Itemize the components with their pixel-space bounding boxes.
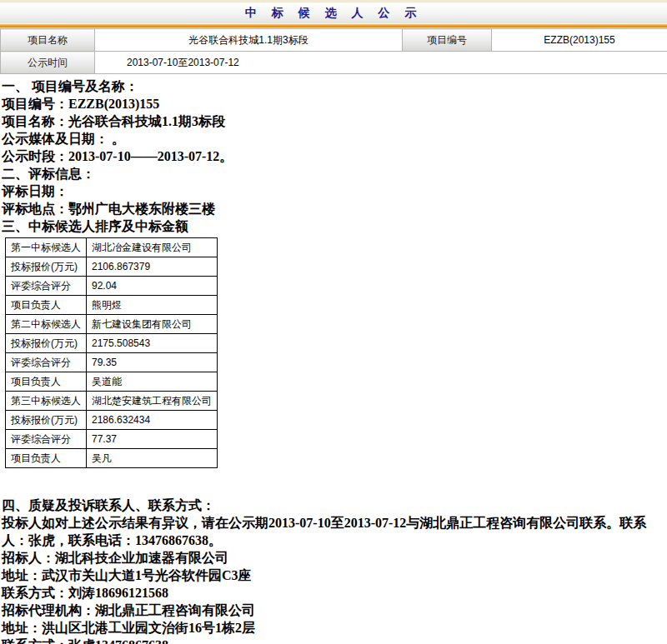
row-label: 项目负责人	[6, 372, 87, 392]
evaluation-place-line: 评标地点：鄂州广电大楼东附楼三楼	[2, 200, 665, 217]
info-row-publicity-time: 公示时间 2013-07-10至2013-07-12	[1, 52, 667, 74]
row-label: 投标报价(万元)	[6, 411, 87, 430]
agency-contact-line: 联系方式：张虎13476867638	[2, 637, 665, 644]
table-row: 项目负责人 吴凡	[6, 449, 218, 468]
table-row: 投标报价(万元) 2106.867379	[6, 257, 218, 277]
publicity-time-value: 2013-07-10至2013-07-12	[95, 52, 667, 74]
objection-paragraph: 投标人如对上述公示结果有异议，请在公示期2013-07-10至2013-07-1…	[2, 514, 665, 549]
row-value: 2106.867379	[87, 257, 218, 277]
row-value: 湖北楚安建筑工程有限公司	[87, 392, 218, 411]
row-label: 投标报价(万元)	[6, 334, 87, 353]
candidates-table: 第一中标候选人 湖北冶金建设有限公司 投标报价(万元) 2106.867379 …	[5, 237, 218, 468]
row-value: 92.04	[87, 277, 218, 296]
row-value: 吴道能	[87, 372, 218, 392]
row-value: 新七建设集团有限公司	[87, 315, 218, 334]
row-label: 评委综合评分	[6, 430, 87, 449]
agency-line: 招标代理机构：湖北鼎正工程咨询有限公司	[2, 602, 665, 619]
project-name-line: 项目名称：光谷联合科技城1.1期3标段	[2, 112, 665, 130]
table-row: 第三中标候选人 湖北楚安建筑工程有限公司	[6, 392, 218, 411]
section2-heading: 二、评标信息：	[2, 165, 665, 182]
row-label: 评委综合评分	[6, 277, 87, 296]
section4-heading: 四、质疑及投诉联系人、联系方式：	[2, 497, 665, 514]
table-row: 评委综合评分 79.35	[6, 353, 218, 372]
row-label: 评委综合评分	[6, 353, 87, 372]
table-row: 评委综合评分 92.04	[6, 277, 218, 296]
tenderer-address-line: 地址：武汉市关山大道1号光谷软件园C3座	[2, 567, 665, 584]
table-row: 评委综合评分 77.37	[6, 430, 218, 449]
publicity-time-label: 公示时间	[1, 52, 95, 74]
agency-address-line: 地址：洪山区北港工业园文治街16号1栋2层	[2, 619, 665, 637]
section1-heading: 一、 项目编号及名称：	[2, 77, 665, 95]
announcement-title-bar: 中 标 候 选 人 公 示	[0, 0, 667, 23]
announcement-body: 一、 项目编号及名称： 项目编号：EZZB(2013)155 项目名称：光谷联合…	[0, 74, 667, 644]
tenderer-line: 招标人：湖北科技企业加速器有限公司	[2, 549, 665, 567]
table-row: 投标报价(万元) 2186.632434	[6, 411, 218, 430]
info-row-project: 项目名称 光谷联合科技城1.1期3标段 项目编号 EZZB(2013)155	[1, 29, 667, 52]
row-value: 2175.508543	[87, 334, 218, 353]
project-name-value: 光谷联合科技城1.1期3标段	[95, 29, 403, 52]
publicity-period-line: 公示时段：2013-07-10——2013-07-12。	[2, 147, 665, 165]
row-label: 投标报价(万元)	[6, 257, 87, 277]
table-row: 项目负责人 熊明煜	[6, 296, 218, 315]
row-label: 项目负责人	[6, 296, 87, 315]
row-label: 第三中标候选人	[6, 392, 87, 411]
publicity-media-line: 公示媒体及日期： 。	[2, 130, 665, 147]
section3-heading: 三、中标候选人排序及中标金额	[2, 217, 665, 235]
row-label: 项目负责人	[6, 449, 87, 468]
project-info-table: 项目名称 光谷联合科技城1.1期3标段 项目编号 EZZB(2013)155 公…	[0, 28, 667, 74]
table-row: 第一中标候选人 湖北冶金建设有限公司	[6, 238, 218, 257]
row-value: 77.37	[87, 430, 218, 449]
table-row: 第二中标候选人 新七建设集团有限公司	[6, 315, 218, 334]
evaluation-date-line: 评标日期：	[2, 182, 665, 200]
candidates-table-wrap: 第一中标候选人 湖北冶金建设有限公司 投标报价(万元) 2106.867379 …	[5, 237, 665, 468]
row-value: 79.35	[87, 353, 218, 372]
row-value: 吴凡	[87, 449, 218, 468]
project-code-line: 项目编号：EZZB(2013)155	[2, 95, 665, 112]
row-value: 2186.632434	[87, 411, 218, 430]
table-row: 项目负责人 吴道能	[6, 372, 218, 392]
tenderer-contact-line: 联系方式：刘涛18696121568	[2, 584, 665, 602]
row-value: 湖北冶金建设有限公司	[87, 238, 218, 257]
spacer	[2, 468, 665, 497]
row-label: 第一中标候选人	[6, 238, 87, 257]
row-value: 熊明煜	[87, 296, 218, 315]
table-row: 投标报价(万元) 2175.508543	[6, 334, 218, 353]
project-code-value: EZZB(2013)155	[492, 29, 667, 52]
row-label: 第二中标候选人	[6, 315, 87, 334]
page-title: 中 标 候 选 人 公 示	[245, 6, 422, 21]
project-name-label: 项目名称	[1, 29, 95, 52]
project-code-label: 项目编号	[403, 29, 492, 52]
